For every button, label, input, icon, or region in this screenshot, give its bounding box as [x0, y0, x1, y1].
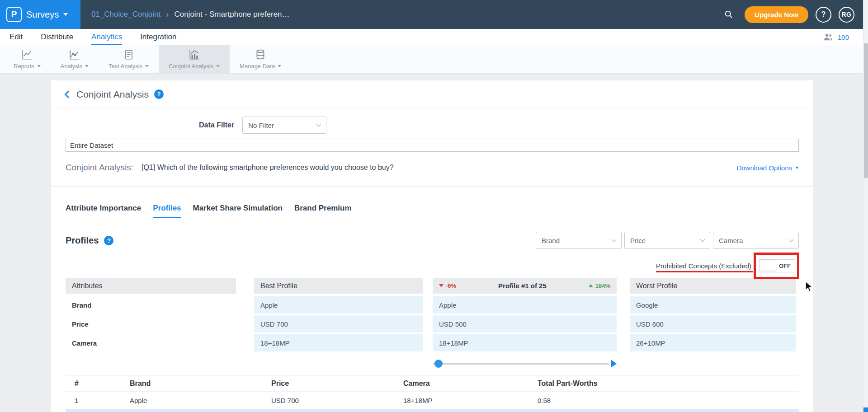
- tab-profiles[interactable]: Profiles: [153, 204, 181, 218]
- attribute-filter-selects: Brand Price Camera: [536, 232, 799, 249]
- cell-brand: Apple: [121, 392, 262, 409]
- trend-chart-icon: [69, 49, 80, 61]
- brand-filter-value: Brand: [542, 237, 560, 244]
- document-chart-icon: [123, 49, 135, 61]
- main-nav: Edit Distribute Analytics Integration 10…: [0, 29, 868, 45]
- help-button[interactable]: ?: [816, 7, 831, 23]
- question-text: [Q1] Which of the following smartphone p…: [142, 164, 394, 172]
- price-filter-select[interactable]: Price: [624, 232, 710, 249]
- chevron-down-icon: [216, 65, 220, 67]
- breadcrumb-folder-link[interactable]: 01_Choice_Conjoint: [91, 10, 160, 19]
- tab-distribute[interactable]: Distribute: [41, 29, 73, 45]
- best-price-value: USD 700: [254, 315, 423, 332]
- table-header-row: # Brand Price Camera Total Part-Worths: [66, 375, 799, 392]
- prohibited-concepts-label: Prohibited Concepts (Excluded): [656, 262, 751, 270]
- attribute-camera: Camera: [66, 334, 236, 351]
- download-options-button[interactable]: Download Options: [736, 164, 799, 172]
- current-camera-value: 18+18MP: [433, 334, 617, 351]
- slider-handle[interactable]: [434, 360, 443, 368]
- help-icon[interactable]: ?: [154, 89, 164, 99]
- card-header: Conjoint Analysis ?: [51, 80, 813, 108]
- conjoint-analysis-card: Conjoint Analysis ? Data Filter No Filte…: [51, 80, 813, 412]
- slider-track[interactable]: [433, 363, 609, 365]
- toolbar-reports-label: Reports: [14, 63, 34, 70]
- prohibited-concepts-toggle[interactable]: OFF: [758, 259, 795, 272]
- chevron-down-icon: [795, 167, 799, 169]
- decrease-badge: -6%: [439, 282, 456, 289]
- search-icon: [724, 9, 734, 19]
- tab-attribute-importance[interactable]: Attribute Importance: [66, 204, 141, 218]
- breadcrumb-survey-title: Conjoint - Smartphone preferen…: [174, 10, 289, 19]
- current-brand-value: Apple: [433, 296, 617, 314]
- chevron-down-icon: [37, 65, 41, 67]
- analytics-toolbar: Reports Analysis Text Analysis Conjoint …: [0, 45, 868, 74]
- respondents-icon: [823, 32, 834, 42]
- tab-edit[interactable]: Edit: [9, 29, 23, 45]
- camera-filter-value: Camera: [719, 237, 743, 244]
- toolbar-item-reports[interactable]: Reports: [4, 45, 51, 73]
- download-options-label: Download Options: [736, 164, 792, 172]
- main-content: Conjoint Analysis ? Data Filter No Filte…: [0, 74, 868, 412]
- annotation-red-box: OFF: [758, 259, 795, 272]
- profile-comparison: Attributes Brand Price Camera Best Profi…: [51, 278, 813, 353]
- profiles-help-icon[interactable]: ?: [104, 236, 113, 245]
- toolbar-item-manage-data[interactable]: Manage Data: [230, 45, 291, 73]
- toolbar-conjoint-analysis-label: Conjoint Analysis: [169, 63, 213, 70]
- chevron-down-icon: [63, 13, 68, 16]
- toggle-state-label: OFF: [779, 262, 795, 269]
- data-filter-value: No Filter: [248, 122, 274, 129]
- avatar[interactable]: RG: [839, 7, 854, 23]
- decrease-value: -6%: [446, 282, 456, 289]
- current-price-value: USD 500: [433, 315, 617, 332]
- scrollbar-thumb[interactable]: [864, 43, 868, 178]
- col-header-brand: Brand: [121, 375, 262, 392]
- decrease-icon: [439, 284, 443, 287]
- cell-price: USD 700: [262, 392, 394, 409]
- tab-analytics-label: Analytics: [91, 33, 122, 42]
- prohibited-concepts-row: Prohibited Concepts (Excluded) OFF: [51, 259, 813, 272]
- attributes-header: Attributes: [66, 278, 236, 294]
- increase-value: 184%: [595, 282, 610, 289]
- page-title: Conjoint Analysis: [76, 89, 149, 100]
- respondent-count[interactable]: 100: [838, 33, 849, 41]
- breadcrumb-separator: ›: [166, 9, 169, 19]
- app-window: P Surveys 01_Choice_Conjoint › Conjoint …: [0, 0, 868, 412]
- surveys-product-menu[interactable]: P Surveys: [0, 0, 80, 29]
- dataset-input[interactable]: [66, 139, 799, 152]
- annotation-red-underline: [656, 271, 753, 272]
- topbar: P Surveys 01_Choice_Conjoint › Conjoint …: [0, 0, 868, 29]
- slider-next-arrow-icon[interactable]: [611, 360, 617, 368]
- scroll-corner-accent: [863, 407, 868, 412]
- tab-brand-premium[interactable]: Brand Premium: [294, 204, 352, 218]
- toolbar-item-analysis[interactable]: Analysis: [51, 45, 99, 73]
- analysis-sub-tabs: Attribute Importance Profiles Market Sha…: [51, 204, 813, 218]
- upgrade-button[interactable]: Upgrade Now: [745, 6, 808, 23]
- question-row: Conjoint Analysis: [Q1] Which of the fol…: [51, 158, 813, 177]
- cell-total-part-worths: 0.58: [528, 392, 799, 409]
- brand-filter-select[interactable]: Brand: [536, 232, 622, 249]
- toolbar-item-conjoint-analysis[interactable]: Conjoint Analysis: [159, 45, 230, 73]
- prohibited-concepts-text: Prohibited Concepts (Excluded): [656, 262, 751, 270]
- cell-index: 1: [66, 392, 121, 409]
- part-worths-table: # Brand Price Camera Total Part-Worths 1…: [66, 375, 799, 409]
- best-brand-value: Apple: [254, 296, 423, 314]
- col-header-total-part-worths: Total Part-Worths: [528, 375, 799, 392]
- camera-filter-select[interactable]: Camera: [713, 232, 799, 249]
- search-button[interactable]: [720, 6, 737, 23]
- database-icon: [255, 49, 266, 61]
- best-camera-value: 18+18MP: [254, 334, 423, 351]
- attributes-column: Attributes Brand Price Camera: [66, 278, 236, 353]
- tab-integration[interactable]: Integration: [140, 29, 176, 45]
- toolbar-analysis-label: Analysis: [61, 63, 82, 70]
- data-filter-label: Data Filter: [199, 121, 234, 129]
- tab-distribute-label: Distribute: [41, 33, 73, 42]
- data-filter-select[interactable]: No Filter: [242, 117, 326, 134]
- back-icon[interactable]: [65, 90, 72, 98]
- tab-market-share-simulation[interactable]: Market Share Simulation: [193, 204, 283, 218]
- tab-analytics[interactable]: Analytics: [91, 29, 122, 45]
- vertical-scrollbar[interactable]: [863, 0, 868, 412]
- product-name: Surveys: [26, 9, 59, 20]
- worst-brand-value: Google: [630, 296, 796, 314]
- topbar-actions: Upgrade Now ? RG: [720, 6, 868, 23]
- toolbar-item-text-analysis[interactable]: Text Analysis: [99, 45, 159, 73]
